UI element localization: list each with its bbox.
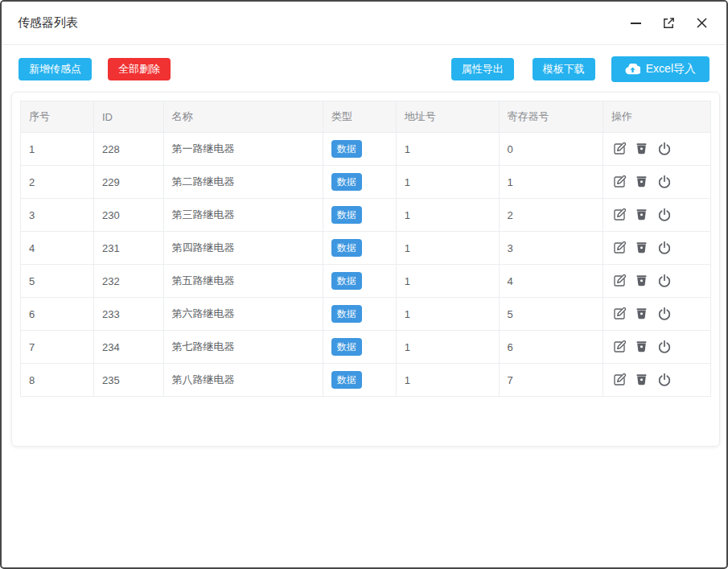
delete-all-button[interactable]: 全部删除: [108, 58, 171, 80]
type-badge: 数据: [331, 338, 362, 356]
cell-id: 232: [93, 265, 163, 298]
table-row: 7 234 第七路继电器 数据 1 6: [21, 331, 711, 364]
cell-actions: [603, 199, 711, 232]
cell-actions: [603, 265, 711, 298]
row-actions: [611, 175, 702, 190]
close-button[interactable]: [694, 16, 709, 31]
edit-icon: [612, 274, 627, 288]
excel-import-button[interactable]: Excel导入: [611, 56, 709, 82]
power-button[interactable]: [656, 274, 672, 289]
delete-button[interactable]: [634, 208, 649, 223]
edit-button[interactable]: [611, 208, 627, 223]
cell-id: 235: [93, 364, 163, 397]
delete-button[interactable]: [634, 175, 649, 190]
row-actions: [611, 142, 702, 157]
trash-icon: [635, 142, 648, 156]
edit-icon: [612, 340, 627, 354]
edit-button[interactable]: [611, 274, 627, 289]
delete-button[interactable]: [634, 274, 649, 289]
cell-name: 第八路继电器: [163, 364, 323, 397]
trash-icon: [635, 208, 648, 222]
cell-address: 1: [396, 298, 499, 331]
edit-icon: [612, 208, 627, 222]
delete-button[interactable]: [634, 142, 649, 157]
edit-button[interactable]: [611, 142, 627, 157]
trash-icon: [635, 241, 648, 255]
delete-button[interactable]: [634, 307, 649, 322]
edit-button[interactable]: [611, 340, 627, 355]
header-type: 类型: [323, 101, 396, 133]
maximize-button[interactable]: [661, 16, 676, 31]
power-button[interactable]: [656, 307, 672, 322]
cell-seq: 5: [21, 265, 94, 298]
cell-address: 1: [396, 364, 499, 397]
delete-button[interactable]: [634, 340, 649, 355]
type-badge: 数据: [331, 305, 362, 323]
edit-icon: [612, 241, 627, 255]
type-badge: 数据: [331, 239, 362, 257]
edit-icon: [612, 307, 627, 321]
cell-type: 数据: [323, 199, 396, 232]
cell-actions: [603, 364, 711, 397]
cell-address: 1: [396, 232, 499, 265]
minimize-button[interactable]: [628, 16, 643, 31]
power-button[interactable]: [656, 241, 672, 256]
edit-button[interactable]: [611, 241, 627, 256]
window-controls: [628, 16, 709, 31]
cell-type: 数据: [323, 298, 396, 331]
cell-name: 第七路继电器: [163, 331, 323, 364]
cell-type: 数据: [323, 331, 396, 364]
cell-actions: [603, 331, 711, 364]
header-seq: 序号: [21, 101, 94, 133]
sensor-list-window: 传感器列表 新增传感点 全部删除 属性导出 模板下载: [0, 0, 728, 569]
table-row: 8 235 第八路继电器 数据 1 7: [21, 364, 711, 397]
cell-id: 230: [93, 199, 163, 232]
cell-actions: [603, 232, 711, 265]
cell-type: 数据: [323, 133, 396, 166]
cell-address: 1: [396, 166, 499, 199]
power-icon: [657, 307, 672, 321]
cell-register: 7: [499, 364, 603, 397]
table-card: 序号 ID 名称 类型 地址号 寄存器号 操作 1 228 第一路继电器 数据 …: [11, 92, 720, 447]
row-actions: [611, 208, 702, 223]
toolbar: 新增传感点 全部删除 属性导出 模板下载 Excel导入: [2, 45, 726, 82]
cell-address: 1: [396, 133, 499, 166]
template-download-button[interactable]: 模板下载: [533, 58, 595, 80]
titlebar: 传感器列表: [2, 2, 726, 45]
edit-icon: [612, 373, 627, 387]
cell-register: 5: [499, 298, 603, 331]
cloud-upload-icon: [625, 64, 640, 75]
cell-seq: 2: [21, 166, 94, 199]
type-badge: 数据: [331, 173, 362, 191]
window-title: 传感器列表: [18, 15, 78, 31]
edit-button[interactable]: [611, 373, 627, 388]
cell-seq: 6: [21, 298, 94, 331]
cell-name: 第六路继电器: [163, 298, 323, 331]
power-button[interactable]: [656, 373, 672, 388]
delete-button[interactable]: [634, 241, 649, 256]
cell-register: 1: [499, 166, 603, 199]
power-button[interactable]: [656, 340, 672, 355]
cell-register: 0: [499, 133, 603, 166]
table-row: 6 233 第六路继电器 数据 1 5: [21, 298, 711, 331]
cell-id: 233: [93, 298, 163, 331]
add-sensor-button[interactable]: 新增传感点: [19, 58, 92, 80]
power-button[interactable]: [656, 208, 672, 223]
type-badge: 数据: [331, 371, 362, 389]
close-icon: [696, 17, 708, 29]
cell-type: 数据: [323, 232, 396, 265]
export-attributes-button[interactable]: 属性导出: [451, 58, 514, 80]
power-icon: [657, 241, 672, 255]
cell-actions: [603, 298, 711, 331]
cell-address: 1: [396, 265, 499, 298]
edit-button[interactable]: [611, 175, 627, 190]
edit-icon: [612, 175, 627, 189]
edit-button[interactable]: [611, 307, 627, 322]
power-button[interactable]: [656, 175, 672, 190]
delete-button[interactable]: [634, 373, 649, 388]
header-actions: 操作: [603, 101, 711, 133]
cell-id: 231: [93, 232, 163, 265]
header-address: 地址号: [396, 101, 499, 133]
power-button[interactable]: [656, 142, 672, 157]
type-badge: 数据: [331, 272, 362, 290]
